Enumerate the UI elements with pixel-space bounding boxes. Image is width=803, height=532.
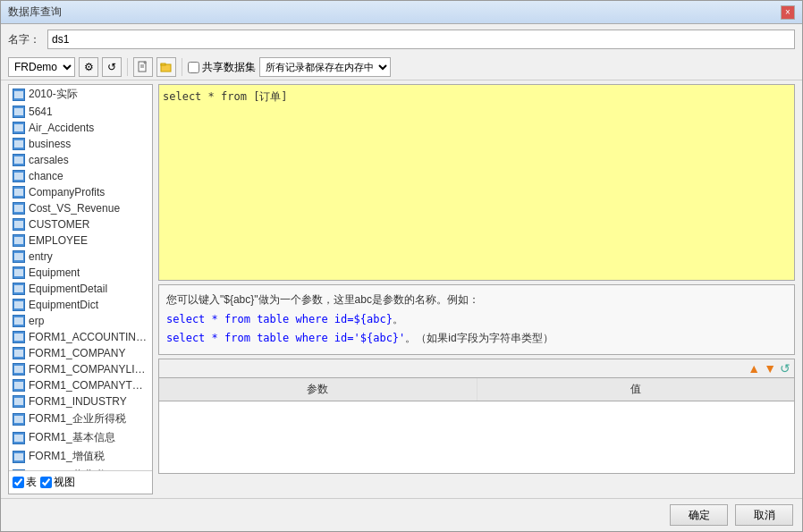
list-item[interactable]: EquipmentDict	[9, 297, 152, 313]
list-item[interactable]: FORM1_企业所得税	[9, 410, 152, 428]
list-item-text: 5641	[29, 106, 53, 118]
view-checkbox[interactable]	[40, 477, 52, 488]
list-item-text: chance	[29, 170, 63, 182]
view-label: 视图	[54, 475, 75, 490]
list-item-text: EquipmentDict	[29, 299, 98, 311]
list-item[interactable]: EquipmentDetail	[9, 281, 152, 297]
cancel-button[interactable]: 取消	[735, 504, 793, 526]
list-item-text: FORM1_COMPANYTYPE	[29, 379, 148, 392]
close-button[interactable]: ×	[781, 5, 795, 20]
table-label: 表	[26, 475, 37, 490]
records-select[interactable]: 所有记录都保存在内存中	[259, 57, 391, 77]
table-icon	[13, 106, 25, 118]
sql-editor[interactable]: select * from [订单]	[158, 84, 795, 281]
list-item-text: Air_Accidents	[29, 122, 94, 134]
table-icon	[13, 186, 25, 198]
list-item[interactable]: business	[9, 136, 152, 152]
list-item[interactable]: 2010-实际	[9, 85, 152, 104]
list-item[interactable]: Air_Accidents	[9, 120, 152, 136]
table-list[interactable]: 2010-实际5641Air_Accidentsbusinesscarsales…	[9, 85, 152, 470]
list-item[interactable]: CompanyProfits	[9, 184, 152, 200]
list-item[interactable]: FORM1_COMPANY	[9, 345, 152, 361]
table-icon	[13, 395, 25, 408]
arrow-up-icon[interactable]: ▲	[748, 361, 760, 376]
list-item[interactable]: 5641	[9, 104, 152, 120]
table-icon	[13, 363, 25, 376]
list-item-text: FORM1_ACCOUNTINGSYS	[29, 331, 148, 343]
list-item[interactable]: FORM1_INDUSTRY	[9, 393, 152, 410]
list-item-text: entry	[29, 250, 53, 263]
name-row: 名字：	[1, 24, 802, 55]
table-icon	[13, 283, 25, 295]
share-checkbox-label[interactable]: 共享数据集	[188, 60, 256, 75]
list-item-text: Cost_VS_Revenue	[29, 202, 120, 215]
name-label: 名字：	[8, 32, 40, 47]
table-icon	[13, 432, 25, 444]
open-file-button[interactable]	[156, 57, 176, 77]
new-file-button[interactable]	[133, 57, 153, 77]
new-file-icon	[137, 61, 149, 73]
refresh-button[interactable]: ↺	[102, 57, 122, 77]
value-col-header: 值	[478, 378, 795, 401]
hint-area: 您可以键入"${abc}"做为一个参数，这里abc是参数的名称。例如： sele…	[158, 284, 795, 355]
ok-button[interactable]: 确定	[670, 504, 728, 526]
list-item-text: Equipment	[29, 266, 80, 279]
open-file-icon	[160, 61, 173, 73]
list-item[interactable]: carsales	[9, 152, 152, 168]
table-icon	[13, 266, 25, 279]
table-icon	[13, 122, 25, 134]
hint-suffix-2: 。（如果id字段为字符串类型）	[405, 332, 553, 344]
list-item-text: CompanyProfits	[29, 186, 105, 198]
list-item-text: FORM1_基本信息	[29, 430, 115, 445]
name-input[interactable]	[47, 30, 795, 49]
datasource-select[interactable]: FRDemo	[8, 57, 75, 77]
param-refresh-icon[interactable]: ↺	[780, 361, 790, 376]
table-checkbox[interactable]	[13, 477, 24, 488]
param-section: ▲ ▼ ↺ 参数 值	[158, 359, 795, 474]
list-item-text: carsales	[29, 154, 69, 166]
toolbar-row: FRDemo ⚙ ↺ 共享数据集 所有记录都保存在内存中	[1, 55, 802, 80]
list-item-text: FORM1_增值税	[29, 449, 105, 464]
table-icon	[13, 234, 25, 247]
gear-button[interactable]: ⚙	[79, 57, 98, 77]
param-col-header: 参数	[159, 378, 478, 401]
view-checkbox-label[interactable]: 视图	[40, 475, 75, 490]
list-item[interactable]: Cost_VS_Revenue	[9, 200, 152, 216]
table-icon	[13, 154, 25, 166]
table-icon	[13, 451, 25, 463]
title-bar: 数据库查询 ×	[1, 1, 802, 24]
table-icon	[13, 299, 25, 311]
list-item[interactable]: erp	[9, 313, 152, 329]
list-item[interactable]: FORM1_COMPANYLICENSE	[9, 361, 152, 377]
list-item[interactable]: entry	[9, 249, 152, 265]
svg-rect-4	[161, 63, 165, 65]
list-item-text: FORM1_INDUSTRY	[29, 395, 127, 408]
bottom-buttons: 确定 取消	[1, 498, 802, 531]
hint-line-1: 您可以键入"${abc}"做为一个参数，这里abc是参数的名称。例如：	[166, 291, 787, 310]
arrow-down-icon[interactable]: ▼	[764, 361, 776, 376]
list-item[interactable]: chance	[9, 168, 152, 184]
list-item-text: FORM1_COMPANYLICENSE	[29, 363, 148, 376]
left-panel: 2010-实际5641Air_Accidentsbusinesscarsales…	[8, 84, 153, 494]
list-item-text: EquipmentDetail	[29, 283, 107, 295]
main-content: 2010-实际5641Air_Accidentsbusinesscarsales…	[1, 80, 802, 498]
table-icon	[13, 218, 25, 231]
list-item[interactable]: FORM1_增值税	[9, 447, 152, 466]
table-icon	[13, 138, 25, 150]
list-item-text: business	[29, 138, 71, 150]
datasource-dropdown-combo: FRDemo	[8, 57, 75, 77]
share-checkbox[interactable]	[188, 62, 199, 73]
list-item[interactable]: FORM1_基本信息	[9, 428, 152, 447]
list-item[interactable]: Equipment	[9, 265, 152, 281]
hint-code-1: select * from table where id=${abc}	[166, 313, 393, 325]
param-table: 参数 值	[158, 377, 795, 474]
list-item-text: EMPLOYEE	[29, 234, 88, 247]
table-checkbox-label[interactable]: 表	[13, 475, 37, 490]
list-item[interactable]: FORM1_COMPANYTYPE	[9, 377, 152, 393]
main-window: 数据库查询 × 名字： FRDemo ⚙ ↺	[0, 0, 803, 532]
table-icon	[13, 347, 25, 359]
list-item[interactable]: EMPLOYEE	[9, 232, 152, 249]
table-icon	[13, 379, 25, 392]
list-item[interactable]: FORM1_ACCOUNTINGSYS	[9, 329, 152, 345]
list-item[interactable]: CUSTOMER	[9, 216, 152, 232]
